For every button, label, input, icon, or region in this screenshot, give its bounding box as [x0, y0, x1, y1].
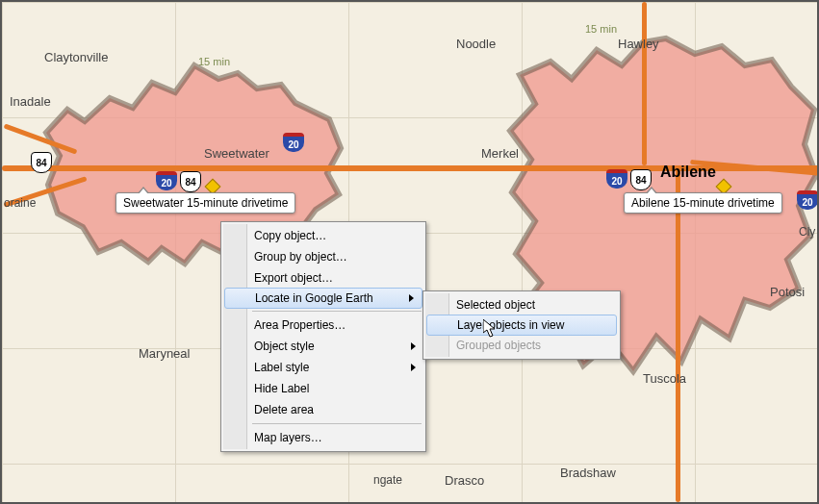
callout-abilene[interactable]: Abilene 15-minute drivetime [624, 192, 782, 214]
context-menu[interactable]: Copy object… Group by object… Export obj… [220, 221, 426, 452]
place-merkel: Merkel [481, 146, 519, 161]
place-noodle: Noodle [456, 37, 496, 51]
submenu-arrow-icon [411, 342, 416, 350]
place-loraine: oraine [4, 196, 36, 210]
place-inadale: Inadale [10, 94, 51, 109]
place-sweetwater: Sweetwater [204, 146, 269, 161]
submenu-arrow-icon [411, 364, 416, 371]
menu-export-object[interactable]: Export object… [223, 267, 423, 289]
interstate-shield-i20-mid: 20 [283, 133, 304, 152]
place-clyde: Cly [799, 225, 815, 239]
menu-copy-object[interactable]: Copy object… [223, 225, 423, 246]
submenu-layer-objects-in-view[interactable]: Layer objects in view [426, 315, 617, 336]
road-us83 [642, 2, 647, 165]
callout-sweetwater[interactable]: Sweetwater 15-minute drivetime [115, 192, 295, 214]
place-bradshaw: Bradshaw [560, 466, 616, 480]
menu-hide-label[interactable]: Hide Label [223, 378, 423, 399]
timelabel-sweetwater: 15 min [198, 56, 230, 67]
menu-object-style[interactable]: Object style [223, 336, 423, 357]
menu-label-style[interactable]: Label style [223, 357, 423, 378]
submenu-grouped-objects: Grouped objects [425, 335, 618, 356]
menu-label-style-label: Label style [254, 361, 309, 374]
map-viewport[interactable]: 20 84 20 84 20 84 20 Claytonville Inadal… [0, 0, 819, 504]
menu-map-layers[interactable]: Map layers… [223, 427, 423, 448]
menu-separator [252, 423, 422, 424]
menu-area-properties[interactable]: Area Properties… [223, 315, 423, 336]
submenu-selected-object[interactable]: Selected object [425, 294, 618, 315]
interstate-shield-i20-w: 20 [156, 171, 177, 190]
menu-delete-area[interactable]: Delete area [223, 399, 423, 420]
menu-locate-google-earth[interactable]: Locate in Google Earth [224, 288, 422, 309]
timelabel-abilene: 15 min [585, 23, 617, 35]
place-wingate: ngate [373, 473, 402, 487]
place-drasco: Drasco [445, 473, 484, 488]
menu-locate-label: Locate in Google Earth [255, 291, 373, 305]
place-potosi: Potosi [770, 285, 805, 299]
interstate-shield-i20-far-e: 20 [797, 190, 818, 210]
us-shield-84-far-w: 84 [31, 152, 52, 173]
interstate-shield-i20-e: 20 [606, 169, 627, 189]
context-submenu-locate[interactable]: Selected object Layer objects in view Gr… [422, 290, 621, 360]
submenu-arrow-icon [409, 294, 414, 302]
road-us83-south [676, 165, 680, 502]
menu-object-style-label: Object style [254, 340, 315, 353]
road-segment [4, 123, 78, 154]
place-maryneal: Maryneal [139, 346, 190, 361]
us-shield-84-w: 84 [180, 171, 201, 192]
place-hawley: Hawley [618, 37, 659, 51]
place-claytonville: Claytonville [44, 50, 108, 64]
menu-group-by-object[interactable]: Group by object… [223, 246, 423, 267]
place-tuscola: Tuscola [643, 371, 686, 386]
menu-separator [252, 311, 422, 312]
place-abilene: Abilene [660, 164, 716, 181]
